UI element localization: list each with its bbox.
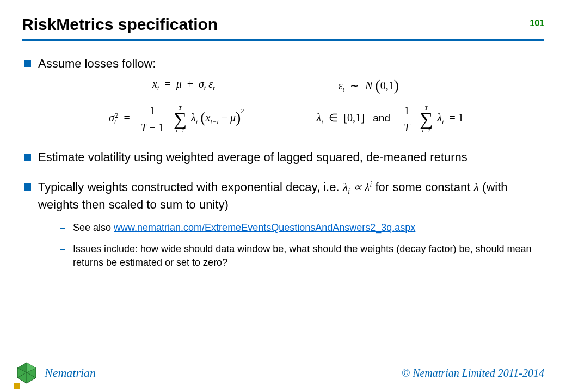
footer-inner: Nematrian © Nematrian Limited 2011-2014	[14, 358, 544, 388]
equation-row-1: xt = μ + σt εt εt ∼ N (0,1)	[38, 75, 544, 95]
slide-body: Assume losses follow: xt = μ + σt εt εt	[22, 41, 544, 270]
bullet-1-text: Assume losses follow:	[38, 57, 156, 70]
sub-bullet-2: Issues include: how wide should data win…	[60, 242, 544, 270]
equation-and: and	[373, 112, 390, 124]
footer-marker-icon	[14, 383, 20, 389]
slide-number: 101	[530, 19, 544, 28]
sub-bullet-1: See also www.nematrian.com/ExtremeEvents…	[60, 221, 544, 235]
equation-1-right: εt ∼ N (0,1)	[317, 75, 545, 95]
equation-row-2: σt2 = 1T − 1 T ∑ i=1 λi (xt−i − μ)2	[38, 103, 544, 135]
bullet-list: Assume losses follow: xt = μ + σt εt εt	[22, 56, 544, 270]
equation-2-right: λi ∈ [0,1] and 1T T ∑ i=1 λi = 1	[317, 103, 545, 135]
equation-1-left: xt = μ + σt εt	[38, 77, 317, 93]
bullet-2: Estimate volatility using weighted avera…	[22, 149, 544, 165]
sub-bullet-list: See also www.nematrian.com/ExtremeEvents…	[38, 221, 544, 269]
bullet-2-text: Estimate volatility using weighted avera…	[38, 150, 467, 164]
slide-header: RiskMetrics specification 101	[22, 15, 544, 41]
bullet-3: Typically weights constructed with expon…	[22, 179, 544, 270]
sub-bullet-2-text: Issues include: how wide should data win…	[73, 243, 532, 268]
header-divider	[22, 39, 544, 41]
equation-2-left: σt2 = 1T − 1 T ∑ i=1 λi (xt−i − μ)2	[38, 103, 317, 135]
inline-math-2: λ	[473, 180, 479, 194]
sub-bullet-1-pre: See also	[73, 222, 114, 233]
inline-math-1: λi ∝ λi	[343, 180, 372, 194]
slide: RiskMetrics specification 101 Assume los…	[0, 0, 566, 392]
bullet-3-text-pre: Typically weights constructed with expon…	[38, 180, 343, 194]
bullet-1: Assume losses follow: xt = μ + σt εt εt	[22, 56, 544, 135]
copyright-text: © Nematrian Limited 2011-2014	[402, 367, 544, 379]
equation-block: xt = μ + σt εt εt ∼ N (0,1)	[38, 75, 544, 135]
slide-footer: Nematrian © Nematrian Limited 2011-2014	[0, 358, 566, 392]
bullet-3-text-mid: for some constant	[372, 180, 473, 194]
nematrian-logo-icon	[14, 362, 39, 384]
reference-link[interactable]: www.nematrian.com/ExtremeEventsQuestions…	[114, 222, 415, 233]
slide-title: RiskMetrics specification	[22, 15, 544, 34]
brand-name: Nematrian	[45, 366, 96, 380]
